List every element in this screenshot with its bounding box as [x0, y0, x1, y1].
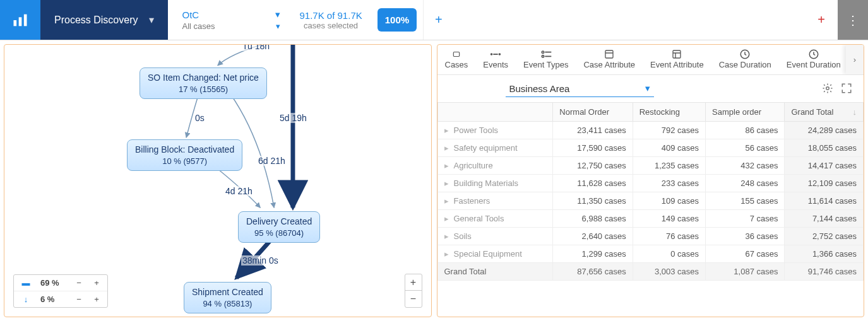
- cell: 56 cases: [706, 139, 785, 157]
- zoom-out-button[interactable]: −: [405, 291, 422, 307]
- cell: 24,289 cases: [785, 122, 864, 139]
- analysis-toolbar: Business Area ▾: [437, 75, 864, 102]
- cases-summary: 91.7K of 91.7K cases selected: [290, 0, 371, 40]
- cell: 1,235 cases: [633, 157, 705, 175]
- table-row[interactable]: ▸Soils2,640 cases76 cases36 cases2,752 c…: [437, 228, 864, 245]
- process-node[interactable]: Delivery Created95 % (86704): [238, 211, 320, 243]
- dataset-selector[interactable]: OtC▾ All cases▾: [170, 0, 290, 40]
- activity-value: 69 %: [40, 278, 66, 288]
- expand-icon[interactable]: ▸: [444, 231, 449, 241]
- expand-icon[interactable]: ▸: [444, 178, 449, 188]
- path-value: 6 %: [40, 295, 66, 304]
- cell: 17,590 cases: [553, 139, 633, 157]
- edge-label: 4d 21h: [224, 186, 254, 196]
- add-action-button[interactable]: +: [805, 0, 838, 40]
- nav-section[interactable]: Process Discovery ▾: [40, 0, 168, 40]
- minus-button[interactable]: −: [74, 278, 83, 288]
- add-tab-button[interactable]: +: [423, 0, 454, 40]
- row-label: ▸Special Equipment: [437, 245, 553, 263]
- total-cell: 87,656 cases: [553, 263, 633, 281]
- top-bar: Process Discovery ▾ OtC▾ All cases▾ 91.7…: [0, 0, 868, 40]
- expand-icon[interactable]: ▸: [444, 214, 449, 223]
- row-label: ▸Building Materials: [437, 175, 553, 192]
- cell: 432 cases: [706, 157, 785, 175]
- analysis-tab[interactable]: Event Attribute: [643, 45, 711, 74]
- cell: 12,750 cases: [553, 157, 633, 175]
- tab-icon: [489, 49, 502, 60]
- edge-label: 0s: [194, 113, 206, 123]
- column-header[interactable]: Restocking: [633, 103, 705, 122]
- svg-rect-5: [494, 54, 498, 55]
- table-row[interactable]: ▸Safety equipment17,590 cases409 cases56…: [437, 139, 864, 157]
- table-row[interactable]: ▸Agriculture12,750 cases1,235 cases432 c…: [437, 157, 864, 175]
- svg-rect-11: [605, 50, 613, 58]
- plus-button[interactable]: +: [92, 278, 101, 288]
- edge-label: 38min 0s: [241, 255, 280, 266]
- analysis-tab[interactable]: Event Types: [516, 45, 576, 74]
- column-header[interactable]: Normal Order: [553, 103, 633, 122]
- expand-icon[interactable]: ▸: [444, 196, 449, 206]
- column-header[interactable]: [437, 103, 553, 122]
- chevron-down-icon: ▾: [276, 21, 280, 31]
- tab-icon: [451, 49, 462, 60]
- cases-percent: 100%: [371, 0, 423, 40]
- brand-logo[interactable]: [0, 0, 40, 40]
- chart-bar-icon: [11, 11, 29, 29]
- tabs-scroll-right[interactable]: ›: [846, 45, 864, 74]
- total-cell: 91,746 cases: [785, 263, 864, 281]
- process-node[interactable]: SO Item Changed: Net price17 % (15565): [140, 67, 267, 99]
- cell: 1,299 cases: [553, 245, 633, 263]
- chevron-down-icon: ▾: [275, 9, 280, 20]
- process-node[interactable]: Shipment Created94 % (85813): [184, 282, 271, 313]
- arrow-down-icon: ↓: [20, 295, 32, 304]
- edge-label: 6d 21h: [257, 156, 287, 166]
- process-graph-panel: Tu 18nSO Item Changed: Net price17 % (15…: [4, 44, 432, 317]
- bar-icon: ▬: [20, 278, 32, 288]
- analysis-tabs: CasesEventsEvent TypesCase AttributeEven…: [437, 45, 864, 75]
- activity-slider: ▬ 69 % − +: [14, 275, 107, 291]
- analysis-tab[interactable]: Cases: [437, 45, 476, 74]
- cell: 109 cases: [633, 192, 705, 210]
- cases-sub: cases selected: [304, 21, 358, 30]
- fullscreen-icon[interactable]: [841, 83, 852, 96]
- table-row[interactable]: ▸General Tools6,988 cases149 cases7 case…: [437, 210, 864, 228]
- svg-rect-3: [453, 52, 459, 57]
- svg-point-9: [542, 55, 544, 57]
- gear-icon[interactable]: [822, 83, 833, 96]
- column-header[interactable]: Grand Total↓: [785, 103, 864, 122]
- row-label: ▸Agriculture: [437, 157, 553, 175]
- zoom-in-button[interactable]: +: [405, 274, 422, 291]
- table-row[interactable]: ▸Building Materials11,628 cases233 cases…: [437, 175, 864, 192]
- analysis-tab[interactable]: Case Attribute: [576, 45, 643, 74]
- analysis-tab[interactable]: Events: [475, 45, 516, 74]
- expand-icon[interactable]: ▸: [444, 249, 449, 259]
- expand-icon[interactable]: ▸: [444, 125, 449, 135]
- cell: 18,055 cases: [785, 139, 864, 157]
- tab-icon: [671, 49, 682, 60]
- cell: 155 cases: [706, 192, 785, 210]
- expand-icon[interactable]: ▸: [444, 161, 449, 170]
- cell: 12,109 cases: [785, 175, 864, 192]
- dimension-label: Business Area: [509, 83, 570, 94]
- cell: 792 cases: [633, 122, 705, 139]
- process-node[interactable]: Billing Block: Deactivated10 % (9577): [127, 139, 242, 171]
- row-label: ▸Soils: [437, 228, 553, 245]
- kebab-menu-button[interactable]: ⋮: [838, 0, 868, 40]
- cell: 14,417 cases: [785, 157, 864, 175]
- table-row[interactable]: ▸Special Equipment1,299 cases0 cases67 c…: [437, 245, 864, 263]
- analysis-tab[interactable]: Case Duration: [711, 45, 779, 74]
- total-row: Grand Total87,656 cases3,003 cases1,087 …: [437, 263, 864, 281]
- nav-label: Process Discovery: [54, 15, 138, 26]
- minus-button[interactable]: −: [74, 295, 83, 304]
- analysis-tab[interactable]: Event Duration: [779, 45, 848, 74]
- expand-icon[interactable]: ▸: [444, 143, 449, 153]
- row-label: ▸Safety equipment: [437, 139, 553, 157]
- chevron-down-icon: ▾: [149, 14, 154, 26]
- column-header[interactable]: Sample order: [706, 103, 785, 122]
- table-row[interactable]: ▸Fasteners11,350 cases109 cases155 cases…: [437, 192, 864, 210]
- cell: 233 cases: [633, 175, 705, 192]
- table-row[interactable]: ▸Power Tools23,411 cases792 cases86 case…: [437, 122, 864, 139]
- svg-point-4: [490, 53, 493, 55]
- dimension-select[interactable]: Business Area ▾: [506, 81, 655, 97]
- plus-button[interactable]: +: [92, 295, 101, 304]
